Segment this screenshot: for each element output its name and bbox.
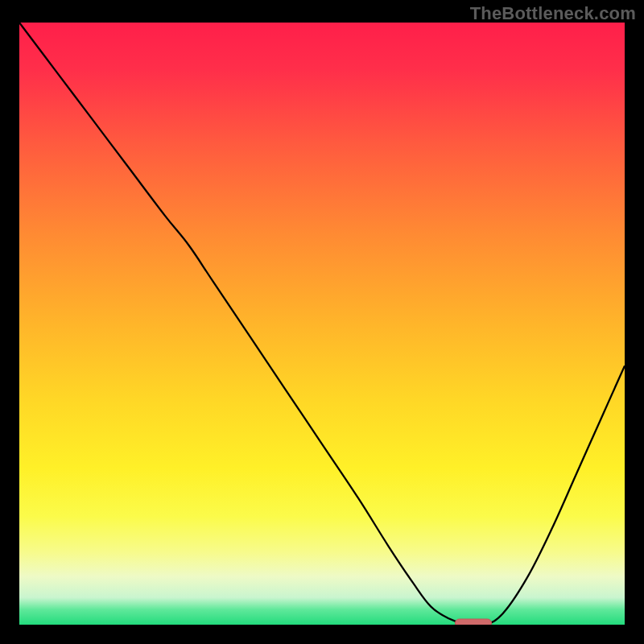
- watermark-text: TheBottleneck.com: [470, 3, 636, 24]
- chart-frame: TheBottleneck.com: [0, 0, 644, 644]
- gradient-background: [19, 23, 625, 625]
- plot-area: [19, 23, 625, 625]
- optimal-marker: [455, 619, 491, 625]
- chart-svg: [19, 23, 625, 625]
